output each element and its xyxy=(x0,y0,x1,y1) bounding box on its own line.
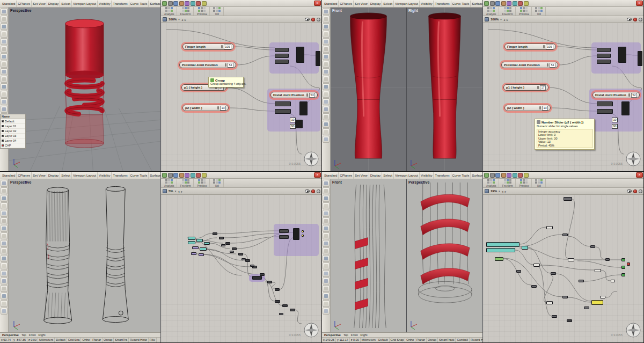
gh-number-slider[interactable]: p2 ( width )13 xyxy=(504,105,551,111)
gh-ribbon-icons[interactable] xyxy=(535,179,543,184)
gh-component-icon[interactable] xyxy=(216,7,218,9)
gh-component-icon[interactable] xyxy=(198,7,200,9)
gh-component-icon[interactable] xyxy=(216,181,218,184)
gh-component-icon[interactable] xyxy=(525,10,528,12)
gh-component[interactable] xyxy=(590,245,595,248)
preview-eye-icon[interactable] xyxy=(627,189,632,193)
gh-component-icon[interactable] xyxy=(535,7,537,9)
gh-tab-icon[interactable] xyxy=(173,173,178,178)
gh-component-icon[interactable] xyxy=(538,10,540,12)
gh-component[interactable] xyxy=(316,51,320,66)
zoom-in-icon[interactable]: ▸ xyxy=(185,18,186,21)
rhino-toolbar-button[interactable] xyxy=(1,232,8,239)
slider-grip[interactable] xyxy=(539,106,541,110)
rhino-toolbar-button[interactable] xyxy=(323,187,330,194)
rhino-toolbar-button[interactable] xyxy=(1,255,8,262)
gh-component-icon[interactable] xyxy=(487,179,489,181)
gh-component[interactable] xyxy=(200,247,207,251)
slider-grip[interactable] xyxy=(543,45,545,48)
rhino-toolbar-button[interactable] xyxy=(323,308,330,315)
gh-ribbon-icons[interactable] xyxy=(535,7,543,12)
gh-ribbon-icons[interactable] xyxy=(213,179,221,184)
gh-component[interactable] xyxy=(279,229,289,233)
gh-component-icon[interactable] xyxy=(213,7,215,9)
render-gray-sphere-icon[interactable] xyxy=(317,18,320,21)
rhino-menu-item[interactable]: Select xyxy=(60,1,72,7)
rhino-toolbar-button[interactable] xyxy=(323,217,330,224)
rhino-toolbar-button[interactable] xyxy=(323,83,330,90)
rhino-toolbar-button[interactable] xyxy=(1,46,8,53)
gh-component-icon[interactable] xyxy=(203,7,206,9)
gh-component-icon[interactable] xyxy=(493,179,495,181)
gh-component[interactable] xyxy=(597,109,613,114)
rhino-menu-item[interactable]: Display xyxy=(47,172,61,179)
rhino-toolbar-button[interactable] xyxy=(323,98,330,105)
rhino-toolbar-button[interactable] xyxy=(1,217,8,224)
gh-ribbon-icons[interactable] xyxy=(213,7,221,12)
gh-component[interactable] xyxy=(533,264,540,267)
rhino-menu-item[interactable]: Transform xyxy=(112,172,129,179)
gh-component[interactable] xyxy=(275,109,291,114)
rhino-menu-item[interactable]: Standard xyxy=(323,1,339,7)
rhino-toolbar-button[interactable] xyxy=(323,61,330,68)
rhino-toolbar-button[interactable] xyxy=(323,262,330,269)
gh-component[interactable] xyxy=(567,319,572,322)
gh-component[interactable] xyxy=(296,47,304,63)
gh-canvas[interactable]: Finger length105Proximal Joint Position5… xyxy=(161,23,322,171)
zoom-in-icon[interactable]: ▸ xyxy=(507,18,508,21)
rhino-toolbar-button[interactable] xyxy=(1,68,8,75)
gh-component-icon[interactable] xyxy=(185,7,187,9)
gh-component[interactable] xyxy=(621,258,625,261)
rhino-toolbar-button[interactable] xyxy=(323,195,330,202)
gh-component-icon[interactable] xyxy=(168,179,170,181)
gh-component-icon[interactable] xyxy=(523,10,525,12)
gh-component[interactable] xyxy=(245,259,250,262)
zoom-out-icon[interactable]: ◂ xyxy=(181,18,183,21)
zoom-out-icon[interactable]: ◂ xyxy=(502,189,503,193)
gh-component-icon[interactable] xyxy=(487,7,489,9)
rhino-toolbar-button[interactable] xyxy=(1,202,8,209)
gh-component-icon[interactable] xyxy=(185,10,187,12)
slider-grip[interactable] xyxy=(225,63,226,67)
gh-tab-icon[interactable] xyxy=(524,173,529,178)
gh-tab-icon[interactable] xyxy=(501,173,506,178)
gh-value-chip[interactable]: 90 xyxy=(612,124,618,129)
close-icon[interactable] xyxy=(636,172,643,178)
rhino-toolbar-button[interactable] xyxy=(323,38,330,45)
gh-component[interactable] xyxy=(250,265,254,267)
status-pane-toggle[interactable]: Filte xyxy=(149,338,157,342)
rhino-toolbar-button[interactable] xyxy=(1,210,8,217)
rhino-menu-item[interactable]: Viewport Layout xyxy=(72,1,98,7)
save-icon[interactable] xyxy=(163,189,167,193)
gh-component-icon[interactable] xyxy=(198,179,200,181)
gh-component[interactable] xyxy=(597,101,613,106)
gh-component[interactable] xyxy=(275,101,291,106)
rhino-toolbar-button[interactable] xyxy=(323,53,330,60)
save-icon[interactable] xyxy=(485,17,489,21)
gh-tab-icon[interactable] xyxy=(173,1,178,6)
gh-component[interactable] xyxy=(275,48,289,52)
gh-component[interactable] xyxy=(302,235,304,237)
rhino-menu-item[interactable]: Viewport Layout xyxy=(72,172,98,179)
gh-tab-icon[interactable] xyxy=(168,1,173,6)
gh-tab-icon[interactable] xyxy=(179,173,184,178)
rhino-menu-item[interactable]: Display xyxy=(369,172,383,179)
gh-component-icon[interactable] xyxy=(201,7,203,9)
gh-tab-icon[interactable] xyxy=(168,173,173,178)
slider-grip[interactable] xyxy=(217,106,219,110)
rhino-toolbar-button[interactable] xyxy=(1,262,8,269)
gh-tab-icon[interactable] xyxy=(507,1,511,6)
gh-tab-icon[interactable] xyxy=(162,1,167,6)
rhino-menu-item[interactable]: Select xyxy=(382,172,394,179)
gh-component-icon[interactable] xyxy=(535,10,537,12)
gh-component-icon[interactable] xyxy=(171,10,173,12)
gh-tab-icon[interactable] xyxy=(484,173,489,178)
rhino-toolbar-button[interactable] xyxy=(1,270,8,277)
rhino-toolbar-button[interactable] xyxy=(1,31,8,38)
gh-component[interactable] xyxy=(290,309,295,311)
gh-component[interactable] xyxy=(188,237,195,240)
gh-component[interactable] xyxy=(279,313,283,315)
gh-component-icon[interactable] xyxy=(504,7,506,9)
save-icon[interactable] xyxy=(485,189,489,193)
gh-component[interactable] xyxy=(204,242,210,245)
